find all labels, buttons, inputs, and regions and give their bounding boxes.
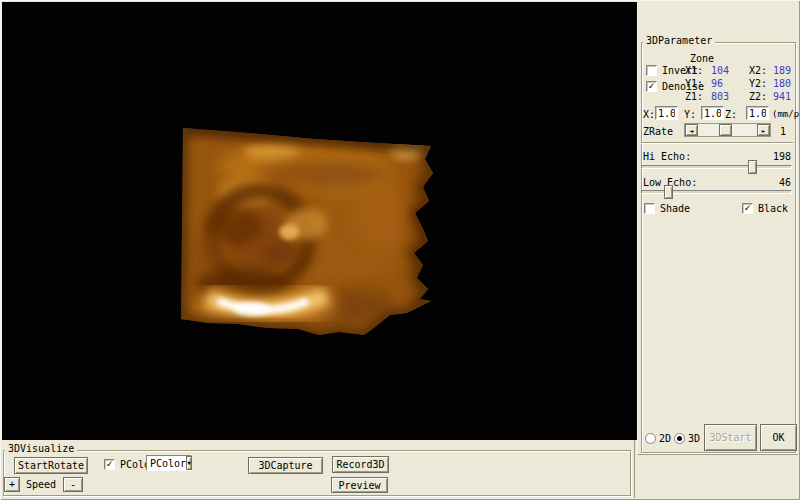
speed-plus-button[interactable]: + — [4, 477, 20, 492]
zone-x1-label: X1: — [685, 65, 703, 76]
zone-row-z: Z1: 803 Z2: 941 — [684, 91, 800, 104]
zone-y2-value: 180 — [773, 78, 791, 89]
hi-echo-value: 198 — [773, 151, 791, 162]
parameter-group-title: 3DParameter — [643, 35, 715, 46]
low-echo-value: 46 — [779, 177, 791, 188]
check-icon: ✓ — [106, 458, 112, 469]
zrate-label: ZRate — [643, 126, 673, 137]
denoise-checkbox[interactable]: ✓ — [646, 81, 657, 92]
hi-echo-slider-thumb[interactable] — [748, 160, 757, 174]
check-icon: ✓ — [648, 80, 654, 91]
y-spacing-label: Y: — [684, 109, 696, 120]
pcolor-dropdown[interactable]: PColor ▼ — [146, 455, 192, 471]
zrate-scrollbar[interactable]: ◄ ► — [684, 123, 771, 137]
hi-echo-slider-track[interactable] — [641, 165, 792, 169]
start3d-button[interactable]: 3DStart — [704, 424, 757, 451]
mode-2d-radio[interactable] — [645, 433, 656, 444]
mode-3d-radio[interactable] — [674, 433, 685, 444]
capture3d-button[interactable]: 3DCapture — [248, 457, 323, 474]
scroll-right-icon[interactable]: ► — [757, 124, 770, 136]
x-spacing-input[interactable] — [655, 106, 678, 120]
parameter-panel: 3DParameter Invert ✓ Denoise Zone X1: 10… — [637, 2, 798, 455]
invert-checkbox[interactable] — [646, 65, 657, 76]
zone-z1-value: 803 — [711, 91, 729, 102]
mode-3d-label: 3D — [688, 433, 700, 444]
zrate-value: 1 — [780, 126, 786, 137]
start-rotate-button[interactable]: StartRotate — [14, 457, 88, 474]
zone-title: Zone — [690, 53, 714, 64]
zone-y1-label: Y1: — [685, 78, 703, 89]
black-checkbox[interactable]: ✓ — [742, 203, 753, 214]
record3d-button[interactable]: Record3D — [332, 456, 389, 473]
ultrasound-volume-render — [2, 2, 637, 440]
zone-z2-label: Z2: — [749, 91, 767, 102]
black-label: Black — [758, 203, 788, 214]
zone-grid: X1: 104 X2: 189 Y1: 96 Y2: 180 Z1: 803 Z… — [684, 65, 800, 104]
z-spacing-label: Z: — [725, 109, 737, 120]
scroll-left-icon[interactable]: ◄ — [685, 124, 698, 136]
mode-2d-label: 2D — [659, 433, 671, 444]
visualize-bar: 3DVisualize StartRotate + Speed - ✓ PCol… — [2, 440, 635, 498]
shade-checkbox[interactable] — [644, 203, 655, 214]
x-spacing-label: X: — [643, 109, 655, 120]
ok-button[interactable]: OK — [760, 424, 797, 451]
z-spacing-input[interactable] — [746, 106, 769, 120]
render-viewport[interactable] — [2, 2, 637, 440]
spacing-unit-label: (mm/p) — [772, 109, 800, 119]
hi-echo-label: Hi Echo: — [643, 151, 691, 162]
speed-minus-button[interactable]: - — [63, 477, 83, 492]
low-echo-slider-thumb[interactable] — [664, 185, 673, 199]
zone-x2-value: 189 — [773, 65, 791, 76]
zrate-scrollbar-thumb[interactable] — [719, 124, 732, 136]
zone-row-y: Y1: 96 Y2: 180 — [684, 78, 800, 91]
check-icon: ✓ — [744, 202, 750, 213]
chevron-down-icon[interactable]: ▼ — [186, 456, 192, 470]
pcolor-checkbox[interactable]: ✓ — [104, 459, 115, 470]
zone-z1-label: Z1: — [685, 91, 703, 102]
visualize-group-title: 3DVisualize — [5, 443, 77, 454]
speed-label: Speed — [26, 479, 56, 490]
panel-separator — [641, 142, 793, 144]
zone-y1-value: 96 — [711, 78, 723, 89]
zone-row-x: X1: 104 X2: 189 — [684, 65, 800, 78]
zone-y2-label: Y2: — [749, 78, 767, 89]
pcolor-dropdown-value: PColor — [147, 458, 186, 469]
zone-x1-value: 104 — [711, 65, 729, 76]
zone-x2-label: X2: — [749, 65, 767, 76]
shade-label: Shade — [660, 203, 690, 214]
y-spacing-input[interactable] — [701, 106, 724, 120]
zone-z2-value: 941 — [773, 91, 791, 102]
preview-button[interactable]: Preview — [331, 477, 388, 493]
